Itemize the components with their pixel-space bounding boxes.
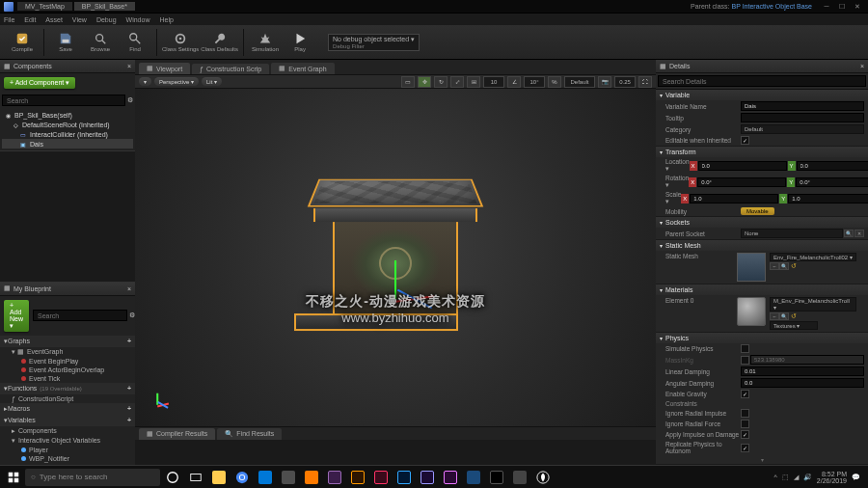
browse-button[interactable]: Browse: [84, 27, 117, 58]
tooltip-input[interactable]: [741, 113, 864, 122]
menu-window[interactable]: Window: [126, 16, 150, 23]
textures-dropdown[interactable]: Textures ▾: [770, 321, 818, 330]
simulate-physics-checkbox[interactable]: [741, 344, 749, 353]
volume-icon[interactable]: 🔊: [803, 474, 812, 481]
compile-button[interactable]: Compile: [6, 27, 39, 58]
taskbar-clock[interactable]: 8:52 PM 2/26/2019: [817, 471, 847, 484]
panel-close-icon[interactable]: ×: [127, 285, 131, 292]
editable-checkbox[interactable]: [741, 136, 749, 145]
mass-override-checkbox[interactable]: [741, 356, 749, 365]
maximize-icon[interactable]: ☐: [835, 2, 849, 12]
premiere-icon[interactable]: [440, 468, 461, 487]
bp-category-functions[interactable]: ▾Functions(19 Overridable)+: [0, 383, 135, 394]
bp-category-graphs[interactable]: ▾Graphs+: [0, 336, 135, 347]
menu-edit[interactable]: Edit: [24, 16, 36, 23]
menu-debug[interactable]: Debug: [96, 16, 117, 23]
bp-var-notifier[interactable]: WBP_Notifier: [0, 454, 135, 463]
snap-scale-toggle[interactable]: %: [548, 76, 561, 88]
ignore-radial-force-checkbox[interactable]: [741, 420, 749, 428]
section-staticmesh[interactable]: Static Mesh: [656, 240, 868, 251]
use-asset-icon[interactable]: ←: [770, 312, 779, 320]
section-materials[interactable]: Materials: [656, 285, 868, 295]
app-icon-black[interactable]: [486, 468, 507, 487]
camera-speed-icon[interactable]: 📷: [598, 76, 611, 88]
indesign-icon[interactable]: [370, 468, 392, 487]
media-encoder-icon[interactable]: [324, 468, 345, 487]
ue4-taskbar-icon[interactable]: [532, 468, 554, 487]
bp-item-constructionscript[interactable]: ƒ ConstructionScript: [0, 394, 135, 403]
bp-item-tick[interactable]: Event Tick: [0, 374, 135, 383]
bp-varcat-interactive[interactable]: ▾ Interactive Object Variables: [0, 436, 135, 446]
component-item-collider[interactable]: ▭InteractCollider (Inherited): [2, 129, 133, 139]
location-x-input[interactable]: [698, 161, 787, 171]
add-component-button[interactable]: + Add Component ▾: [4, 77, 75, 89]
category-dropdown[interactable]: Default: [741, 124, 864, 134]
bp-varcat-components[interactable]: ▸ Components: [0, 426, 135, 436]
class-settings-button[interactable]: Class Settings: [162, 27, 199, 58]
parent-class-link[interactable]: BP Interactive Object Base: [731, 3, 812, 10]
tray-arrow-icon[interactable]: ^: [774, 474, 777, 480]
play-button[interactable]: Play: [284, 27, 316, 58]
mobility-movable-button[interactable]: Movable: [741, 207, 774, 215]
rotate-tool-icon[interactable]: ↻: [434, 76, 448, 88]
rotation-y-input[interactable]: [796, 177, 868, 187]
lit-mode-button[interactable]: Lit ▾: [202, 77, 222, 86]
menu-help[interactable]: Help: [159, 16, 173, 23]
start-button[interactable]: [4, 468, 23, 487]
staticmesh-thumbnail[interactable]: [737, 253, 766, 282]
myblueprint-search-input[interactable]: [33, 310, 127, 321]
class-defaults-button[interactable]: Class Defaults: [201, 27, 238, 58]
notifications-icon[interactable]: 💬: [852, 474, 860, 481]
rotation-x-input[interactable]: [697, 177, 786, 187]
search-socket-icon[interactable]: 🔍: [844, 230, 854, 237]
gravity-checkbox[interactable]: [741, 390, 749, 398]
material-dropdown[interactable]: M_Env_Fire_MelancholicTroll ▾: [770, 297, 856, 312]
viewport-max-icon[interactable]: ⛶: [638, 76, 652, 88]
menu-view[interactable]: View: [72, 16, 87, 23]
replicate-physics-checkbox[interactable]: [741, 444, 749, 452]
reset-icon[interactable]: ↺: [791, 312, 797, 319]
variable-name-input[interactable]: [741, 101, 864, 111]
browse-asset-icon[interactable]: 🔍: [779, 312, 789, 320]
store-icon[interactable]: [278, 468, 299, 487]
explorer-icon[interactable]: [208, 468, 230, 487]
tab-compiler-results[interactable]: ▦Compiler Results: [139, 428, 215, 440]
aftereffects-icon[interactable]: [417, 468, 438, 487]
search-options-icon[interactable]: ⚙: [127, 96, 133, 104]
mass-input[interactable]: [750, 355, 864, 365]
save-button[interactable]: Save: [49, 27, 82, 58]
debug-object-selector[interactable]: No debug object selected ▾ Debug Filter: [328, 34, 420, 51]
bp-var-player[interactable]: Player: [0, 446, 135, 454]
browse-asset-icon[interactable]: 🔍: [779, 262, 789, 270]
details-search-input[interactable]: [658, 75, 866, 87]
parent-socket-dropdown[interactable]: None: [741, 229, 843, 238]
scale-x-input[interactable]: [690, 194, 778, 203]
linear-damping-input[interactable]: [741, 366, 864, 376]
minimize-icon[interactable]: ─: [820, 2, 833, 12]
section-sockets[interactable]: Sockets: [656, 217, 868, 228]
angular-damping-input[interactable]: [741, 378, 864, 388]
clear-socket-icon[interactable]: ✕: [854, 230, 864, 237]
tab-construction[interactable]: ƒConstruction Scrip: [192, 64, 269, 74]
snap-loc-value[interactable]: 10: [483, 76, 504, 88]
select-tool-icon[interactable]: ▭: [401, 76, 415, 88]
network-icon[interactable]: ◢: [794, 474, 799, 481]
find-button[interactable]: Find: [119, 27, 151, 58]
bp-item-eventgraph[interactable]: ▾ ▦ EventGraph: [0, 347, 135, 357]
snap-loc-toggle[interactable]: ⊞: [467, 76, 480, 88]
viewport-options-button[interactable]: ▾: [139, 77, 151, 86]
viewport-3d[interactable]: 不移之火-动漫游戏美术资源 www.byzhihuo.com: [135, 89, 656, 426]
tray-icon[interactable]: ⬚: [782, 474, 789, 481]
components-search-input[interactable]: [2, 95, 125, 106]
bp-item-beginoverlap[interactable]: Event ActorBeginOverlap: [0, 366, 135, 374]
camera-speed-value[interactable]: 0.25: [614, 76, 636, 88]
translate-tool-icon[interactable]: ✥: [418, 76, 431, 88]
use-asset-icon[interactable]: ←: [770, 262, 779, 270]
illustrator-icon[interactable]: [347, 468, 368, 487]
tab-find-results[interactable]: 🔍Find Results: [217, 428, 282, 440]
panel-close-icon[interactable]: ×: [860, 63, 864, 69]
ignore-radial-impulse-checkbox[interactable]: [741, 409, 749, 418]
reset-icon[interactable]: ↺: [791, 262, 797, 269]
apply-impulse-checkbox[interactable]: [741, 430, 749, 439]
menu-asset[interactable]: Asset: [45, 16, 63, 23]
